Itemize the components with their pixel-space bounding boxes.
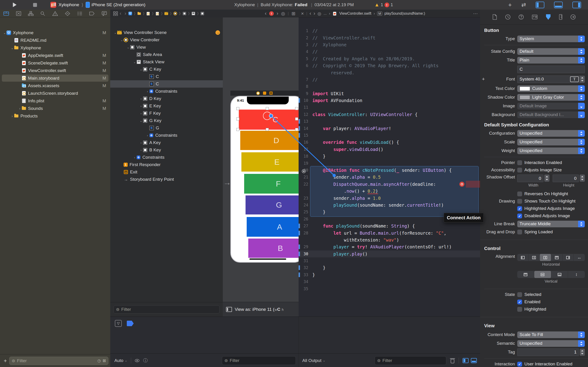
code-line[interactable]: 4// <box>299 48 480 55</box>
code-line[interactable]: 16 override func viewDidLoad() { <box>299 139 480 146</box>
file-row[interactable]: ›Products <box>0 112 110 120</box>
selection-handle[interactable] <box>236 107 239 110</box>
back-icon[interactable]: ‹ <box>120 10 121 17</box>
checkbox-shows-touch-on-highlight[interactable] <box>517 199 522 204</box>
code-line[interactable]: 28 let url = Bundle.main.url(forResource… <box>299 229 480 236</box>
code-line[interactable]: 11 <box>299 104 480 111</box>
outline-row[interactable]: BC <box>110 73 223 80</box>
symbol-navigator-icon[interactable] <box>28 11 34 16</box>
stop-button[interactable] <box>33 3 37 7</box>
checkbox-spring-loaded[interactable] <box>517 230 522 234</box>
recent-files-icon[interactable]: ◷ <box>97 358 101 363</box>
scheme-device[interactable]: iPhone SE (2nd generation) <box>92 2 146 7</box>
code-line[interactable]: 29 player = try! AVAudioPlayer(contentsO… <box>299 243 480 250</box>
breakpoint-navigator-icon[interactable] <box>89 11 95 16</box>
scene-go-icon[interactable]: → <box>216 30 220 35</box>
segment[interactable]: ↕ <box>568 271 585 278</box>
outline-row[interactable]: ›B Key <box>110 146 223 154</box>
disclosure-icon[interactable]: ⌄ <box>126 46 130 49</box>
file-row[interactable]: ⌄Xylophone <box>0 44 110 52</box>
code-line[interactable]: 23 sender.alpha = 1.0 <box>299 194 480 201</box>
disclosure-icon[interactable]: › <box>146 90 149 93</box>
file-row[interactable]: LaunchScreen.storyboard <box>0 90 110 97</box>
dropdown-line-break[interactable]: Truncate Middle <box>517 221 585 227</box>
ic-scene-crumb[interactable] <box>164 12 168 15</box>
shadow-offset-field[interactable]: 0 <box>553 175 579 182</box>
clear-console-icon[interactable] <box>450 358 455 363</box>
code-line[interactable]: 13 <box>299 118 480 125</box>
file-row[interactable]: ViewController.swiftM <box>0 67 110 74</box>
stepper[interactable] <box>580 349 585 356</box>
dropdown-background[interactable]: Default Background I... <box>517 111 585 118</box>
color-dropdown[interactable]: Custom <box>517 85 585 92</box>
color-swatch[interactable] <box>519 86 530 91</box>
close-editor-icon[interactable]: ✕ <box>301 11 304 16</box>
outline-row[interactable]: ›Constraints <box>110 88 223 95</box>
disclosure-icon[interactable]: ⌄ <box>133 60 137 64</box>
file-row[interactable]: README.md <box>0 36 110 44</box>
ic-vc-crumb[interactable] <box>173 12 177 15</box>
code-line[interactable]: 30 player.play() <box>299 250 480 257</box>
run-button[interactable] <box>13 2 17 7</box>
code-line[interactable]: 21 sender.alpha = 0.5 <box>299 174 480 181</box>
xylophone-key-B[interactable]: B <box>248 239 299 258</box>
outline-row[interactable]: ⌄View <box>110 44 223 51</box>
checkbox-enabled[interactable]: ✓ <box>517 300 522 304</box>
dropdown-content-mode[interactable]: Scale To Fill <box>517 332 585 338</box>
prev-issue-icon[interactable]: ‹ <box>265 10 267 17</box>
test-navigator-icon[interactable] <box>65 11 70 16</box>
selection-handle[interactable] <box>295 117 298 120</box>
disclosure-icon[interactable]: ⌄ <box>113 31 117 34</box>
ic-stack-crumb[interactable] <box>192 12 195 15</box>
next-issue-icon[interactable]: › <box>277 10 278 17</box>
checkbox-user-interaction-enabled[interactable]: ✓ <box>517 362 522 367</box>
disclosure-icon[interactable]: ⌄ <box>10 46 14 50</box>
ic-keysq-crumb[interactable] <box>201 12 204 15</box>
checkbox-reverses-on-highlight[interactable] <box>517 192 522 196</box>
disclosure-icon[interactable]: › <box>133 156 137 159</box>
disclosure-icon[interactable]: › <box>146 134 149 137</box>
adjust-editor-icon[interactable]: ◎ <box>281 11 285 16</box>
code-line[interactable]: 34 <box>299 278 480 285</box>
code-line[interactable]: .now() + 0.2) <box>299 188 480 194</box>
selection-handle[interactable] <box>236 117 239 120</box>
disclosure-icon[interactable]: › <box>139 112 143 115</box>
ic-sb-crumb[interactable] <box>147 12 150 15</box>
outline-row[interactable]: ⌄G Key <box>110 117 223 124</box>
info-icon[interactable]: ⓘ <box>143 357 148 364</box>
device-bar-icon[interactable] <box>226 307 232 312</box>
quicklook-icon[interactable] <box>135 359 139 362</box>
console-scope-button[interactable]: All Output <box>302 358 321 363</box>
outline-row[interactable]: ⌄View Controller <box>110 36 223 44</box>
outline-row[interactable]: Safe Area <box>110 51 223 58</box>
code-line[interactable]: 33} <box>299 271 480 278</box>
outline-filter-field[interactable]: ⊜ Filter <box>113 305 220 314</box>
show-variables-view-icon[interactable] <box>463 358 468 363</box>
forward-icon[interactable]: › <box>124 10 126 17</box>
dropdown-title[interactable]: Plain <box>517 57 585 64</box>
code-line[interactable]: 14 var player: AVAudioPlayer! <box>299 125 480 132</box>
code-line[interactable]: 18 } <box>299 153 480 160</box>
stepper[interactable] <box>580 175 585 182</box>
code-line[interactable]: 20 @IBAction func cNotePressed(_ sender:… <box>299 167 480 174</box>
disclosure-icon[interactable]: ⌄ <box>3 31 6 35</box>
code-line[interactable]: 15 <box>299 132 480 139</box>
outline-row[interactable]: 1First Responder <box>110 161 223 168</box>
ib-breadcrumb[interactable]: 〉〉〉〉〉〉〉〉 <box>128 11 205 16</box>
warning-count[interactable]: 1 <box>381 2 383 7</box>
selection-handle[interactable] <box>266 128 269 131</box>
font-size-stepper[interactable] <box>580 76 585 83</box>
view-controller-icon[interactable] <box>256 92 260 95</box>
segment[interactable] <box>551 254 562 261</box>
attributes-inspector-icon[interactable] <box>545 14 551 20</box>
checkbox-adjusts-image-size[interactable] <box>517 168 522 173</box>
error-line-icon[interactable] <box>459 182 464 187</box>
code-line[interactable]: 22 DispatchQueue.main.asyncAfter(deadlin… <box>299 181 480 188</box>
variables-filter-field[interactable]: ⊜ Filter <box>222 356 296 365</box>
code-line[interactable]: 8 <box>299 83 480 90</box>
selection-handle[interactable] <box>236 128 239 131</box>
outline-row[interactable]: ⌄Stack View <box>110 58 223 66</box>
device-preview[interactable]: 9:41 CDEFGAB <box>230 96 299 263</box>
code-line[interactable]: 19 <box>299 160 480 167</box>
outline-row[interactable]: BG <box>110 124 223 132</box>
